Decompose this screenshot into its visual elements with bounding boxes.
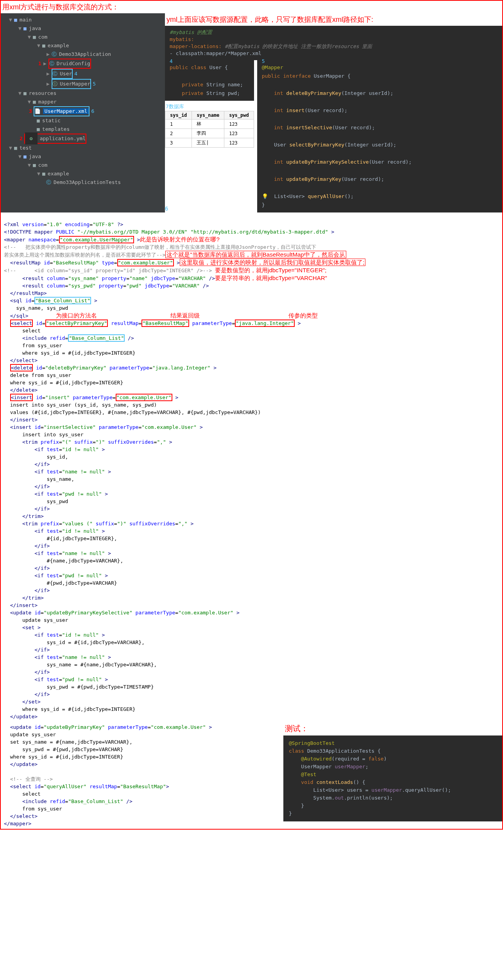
marker-5: 5: [93, 80, 96, 88]
page-title: 用xml方式进行与数据库交流的方式：: [1, 1, 502, 13]
java-mapper: 5 @Mapper public interface UserMapper { …: [257, 60, 502, 212]
tree-main[interactable]: main: [20, 16, 32, 24]
tree-example[interactable]: example: [48, 41, 69, 50]
marker-4: 4: [74, 70, 77, 78]
tree-java[interactable]: java: [29, 24, 41, 33]
tree-static[interactable]: static: [42, 116, 61, 125]
test-title: 测试：: [283, 722, 502, 735]
yml-code: #mybatis 的配置 mybatis: mapper-locations: …: [165, 26, 502, 60]
tree-mapper-xml[interactable]: UserMapper.xml: [43, 108, 89, 114]
xml-mapper: <?xml version="1.0" encoding="UTF-8" ?> …: [1, 212, 502, 722]
tree-test-com[interactable]: com: [38, 161, 47, 170]
tree-app[interactable]: Demo33Application: [59, 50, 111, 59]
marker-6: 6: [91, 107, 94, 116]
db-table: sys_idsys_namesys_pwd 1林123 2李四123 3王五|1…: [165, 111, 254, 148]
table-label: 7数据库: [165, 102, 254, 111]
tree-templates[interactable]: templates: [42, 125, 70, 134]
tree-usermapper[interactable]: UserMapper: [60, 81, 90, 87]
tree-appyml[interactable]: application.yml: [40, 136, 86, 141]
marker-3: 3: [29, 107, 32, 116]
project-tree: ▼■main ▼■java ▼■com ▼■example ▶ⒸDemo33Ap…: [1, 13, 165, 212]
tree-test-java[interactable]: java: [29, 152, 41, 161]
label-5: 5: [262, 57, 265, 66]
label-4: 4: [170, 57, 173, 66]
marker-2: 2: [20, 134, 23, 143]
tree-testapp[interactable]: Demo33ApplicationTests: [54, 178, 121, 187]
xml-mapper-cont: <update id="updateByPrimaryKey" paramete…: [1, 722, 283, 829]
tree-test[interactable]: test: [20, 144, 32, 152]
yml-title: yml上面应该写数据源配置，此略，只写了数据库配置xml路径如下:: [165, 13, 502, 26]
tree-resources[interactable]: resources: [29, 89, 56, 98]
tree-druid[interactable]: DruidConfig: [57, 61, 90, 66]
tree-com[interactable]: com: [38, 33, 47, 41]
tree-user[interactable]: User: [60, 71, 72, 77]
java-user: 4 public class User { private String nam…: [165, 60, 254, 101]
tree-test-example[interactable]: example: [48, 170, 69, 178]
marker-1: 1: [38, 59, 41, 68]
test-code: @SpringBootTest class Demo33ApplicationT…: [283, 735, 502, 821]
tree-mapper-dir[interactable]: mapper: [38, 98, 57, 106]
